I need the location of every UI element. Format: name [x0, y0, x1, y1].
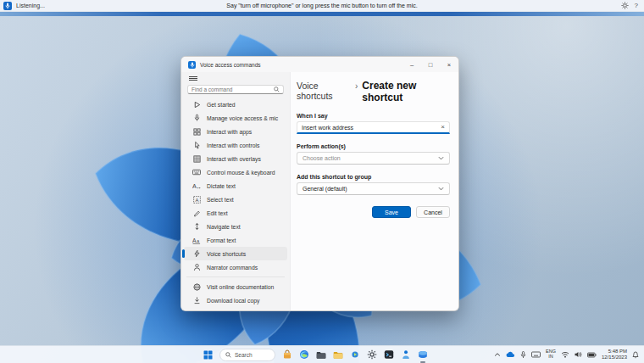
perform-action-label: Perform action(s) — [297, 143, 450, 149]
when-i-say-field[interactable]: × — [297, 121, 450, 134]
microphone-button[interactable] — [3, 2, 12, 10]
voice-shortcut-icon — [192, 249, 201, 258]
taskbar-app-store-bag-icon[interactable] — [281, 349, 292, 360]
onedrive-cloud-icon[interactable] — [506, 351, 515, 358]
sidebar-item-label: Dictate text — [207, 183, 236, 189]
sidebar-item-label: Visit online documentation — [207, 284, 274, 290]
svg-text:A: A — [195, 197, 198, 202]
sidebar-item-label: Voice shortcuts — [207, 251, 246, 257]
globe-icon — [192, 282, 201, 291]
overlay-grid-icon — [192, 154, 201, 163]
sidebar-item-interact-with-controls[interactable]: Interact with controls — [184, 138, 287, 152]
chevron-down-icon — [438, 187, 444, 191]
maximize-button[interactable]: □ — [421, 57, 440, 72]
window-title: Voice access commands — [200, 62, 261, 68]
help-icon[interactable]: ? — [635, 2, 638, 9]
sidebar-item-manage-voice-access[interactable]: Manage voice access & mic — [184, 111, 287, 125]
start-button[interactable] — [203, 349, 214, 360]
taskbar-edge-browser-icon[interactable] — [298, 349, 309, 360]
sidebar-item-control-mouse-keyboard[interactable]: Control mouse & keyboard — [184, 165, 287, 179]
find-command-searchbox[interactable] — [187, 85, 284, 94]
voice-access-bar: Say "turn off microphone" or long press … — [0, 0, 644, 12]
commands-sidebar: Get started Manage voice access & mic In… — [181, 72, 290, 310]
clock[interactable]: 5:48 PM 12/15/2023 — [602, 349, 627, 360]
keyboard-icon — [192, 168, 201, 176]
tray-date: 12/15/2023 — [602, 355, 627, 360]
download-icon — [192, 296, 201, 304]
windows-logo-icon — [203, 350, 213, 360]
notification-bell-icon[interactable] — [632, 351, 639, 359]
sidebar-item-label: Interact with overlays — [207, 156, 261, 162]
sidebar-item-dictate-text[interactable]: A Dictate text — [184, 179, 287, 193]
tray-time: 5:48 PM — [608, 349, 627, 355]
create-shortcut-panel: Voice shortcuts › Create new shortcut Wh… — [290, 72, 458, 310]
dictate-icon: A — [192, 182, 201, 190]
taskbar-voice-access-icon[interactable] — [417, 349, 428, 360]
taskbar-file-explorer-icon[interactable] — [332, 349, 343, 360]
settings-gear-icon[interactable] — [621, 2, 629, 9]
sidebar-item-format-text[interactable]: Aa Format text — [184, 233, 287, 247]
sidebar-item-label: Interact with apps — [207, 129, 252, 135]
sidebar-item-download-local-copy[interactable]: Download local copy — [184, 293, 287, 307]
svg-text:A: A — [192, 182, 197, 190]
voice-access-app-icon — [188, 61, 196, 69]
taskbar-settings-icon[interactable] — [366, 349, 377, 360]
save-button[interactable]: Save — [372, 206, 411, 218]
sidebar-divider — [186, 276, 285, 277]
breadcrumb-voice-shortcuts[interactable]: Voice shortcuts — [297, 81, 351, 101]
cursor-icon — [192, 141, 201, 149]
window-titlebar[interactable]: Voice access commands – □ × — [181, 57, 458, 72]
sidebar-footer: Visit online documentation Download loca… — [181, 274, 290, 310]
tray-chevron-up-icon[interactable] — [494, 352, 501, 357]
sidebar-item-select-text[interactable]: A Select text — [184, 193, 287, 206]
taskbar-search-placeholder: Search — [235, 352, 253, 358]
active-app-indicator — [420, 361, 425, 363]
breadcrumb-separator: › — [355, 81, 358, 91]
taskbar-media-player-icon[interactable] — [349, 349, 360, 360]
sidebar-item-edit-text[interactable]: Edit text — [184, 206, 287, 220]
close-button[interactable]: × — [440, 57, 458, 72]
sidebar-nav: Get started Manage voice access & mic In… — [181, 98, 290, 274]
wifi-icon[interactable] — [561, 351, 569, 358]
sidebar-item-label: Get started — [207, 102, 236, 108]
sidebar-item-label: Select text — [207, 197, 234, 203]
find-command-input[interactable] — [192, 87, 274, 92]
taskbar-terminal-icon[interactable] — [383, 349, 394, 360]
select-text-icon: A — [192, 195, 201, 204]
sidebar-item-visit-documentation[interactable]: Visit online documentation — [184, 280, 287, 293]
taskbar-dark-folder-icon[interactable] — [315, 349, 326, 360]
desktop: Say "turn off microphone" or long press … — [0, 0, 644, 363]
tray-microphone-icon[interactable] — [520, 351, 526, 359]
sidebar-item-voice-shortcuts[interactable]: Voice shortcuts — [184, 247, 287, 260]
minimize-button[interactable]: – — [402, 57, 421, 72]
cancel-button[interactable]: Cancel — [416, 206, 450, 218]
sidebar-item-navigate-text[interactable]: Navigate text — [184, 220, 287, 233]
volume-icon[interactable] — [575, 351, 582, 358]
group-dropdown[interactable]: General (default) — [297, 182, 450, 195]
language-line2: IN — [548, 355, 553, 360]
search-icon — [274, 87, 280, 92]
perform-action-dropdown[interactable]: Choose action — [297, 152, 450, 165]
wallpaper-top-band — [0, 12, 644, 16]
microphone-icon — [5, 3, 10, 9]
taskbar-search[interactable]: Search — [219, 349, 275, 361]
when-i-say-input[interactable] — [302, 125, 441, 131]
sidebar-item-label: Navigate text — [207, 224, 241, 230]
format-text-icon: Aa — [192, 236, 201, 244]
touch-keyboard-icon[interactable] — [531, 351, 541, 358]
taskbar-accessibility-person-icon[interactable] — [400, 349, 411, 360]
sidebar-item-label: Format text — [207, 237, 236, 243]
microphone-icon — [192, 114, 201, 122]
sidebar-item-narrator-commands[interactable]: Narrator commands — [184, 260, 287, 274]
hamburger-menu-icon[interactable] — [189, 76, 197, 81]
battery-icon[interactable] — [587, 352, 597, 358]
sidebar-item-label: Narrator commands — [207, 265, 258, 271]
sidebar-item-label: Control mouse & keyboard — [207, 170, 275, 176]
sidebar-item-interact-with-apps[interactable]: Interact with apps — [184, 125, 287, 138]
chevron-down-icon — [438, 156, 444, 160]
when-i-say-label: When I say — [297, 113, 450, 119]
sidebar-item-get-started[interactable]: Get started — [184, 98, 287, 111]
language-indicator[interactable]: ENG IN — [546, 349, 556, 360]
sidebar-item-interact-with-overlays[interactable]: Interact with overlays — [184, 152, 287, 165]
clear-input-icon[interactable]: × — [441, 124, 445, 131]
